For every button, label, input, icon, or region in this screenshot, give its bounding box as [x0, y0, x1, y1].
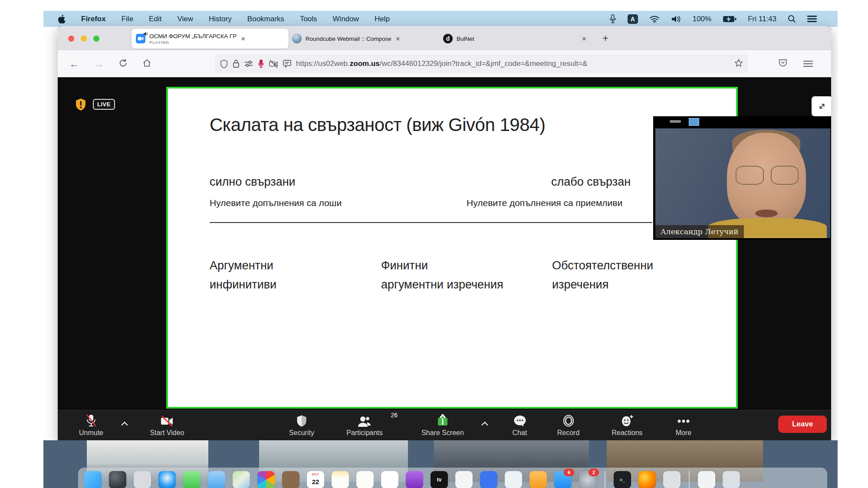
share-options-chevron[interactable] [481, 420, 488, 428]
camera-blocked-icon[interactable] [269, 60, 278, 68]
zoom-control-bar: Unmute Start Video Security [58, 410, 831, 440]
chat-button[interactable]: Chat [501, 413, 538, 437]
dock-safari[interactable] [158, 471, 176, 488]
reactions-button[interactable]: Reactions [603, 413, 651, 437]
dock-notes[interactable] [332, 471, 349, 488]
back-button[interactable]: ← [69, 59, 79, 69]
dock-calendar[interactable]: OCT22 [307, 471, 324, 488]
dock-preview[interactable] [663, 471, 681, 488]
record-icon [548, 413, 589, 427]
share-screen-button[interactable]: Share Screen [412, 413, 473, 437]
dock-onyx[interactable] [109, 471, 126, 488]
zoom-window-button[interactable] [93, 36, 99, 42]
menu-help[interactable]: Help [375, 15, 390, 23]
tab-bar: ОСМИ ФОРУМ „БЪЛГАРСКА ГР PLAYING × Round… [58, 26, 831, 50]
dock-mail[interactable] [208, 471, 225, 488]
dock-photos[interactable] [257, 471, 275, 488]
reload-icon[interactable] [118, 59, 128, 69]
tab-roundcube[interactable]: Roundcube Webmail :: Compose × [288, 29, 440, 49]
menu-edit[interactable]: Edit [149, 15, 161, 23]
dock-keynote[interactable] [505, 471, 522, 488]
tab-title: ОСМИ ФОРУМ „БЪЛГАРСКА ГР [149, 33, 237, 39]
menu-history[interactable]: History [209, 15, 232, 23]
close-window-button[interactable] [68, 36, 74, 42]
dock-stamps[interactable] [134, 471, 151, 488]
warning-shield-icon[interactable] [75, 98, 87, 113]
start-video-button[interactable]: Start Video [143, 413, 191, 437]
menu-list-icon[interactable] [807, 14, 817, 24]
tab-close-icon[interactable]: × [396, 35, 400, 43]
url-bar[interactable]: https://us02web.zoom.us/wc/83446012329/j… [215, 54, 748, 73]
menu-bar-clock[interactable]: Fri 11:43 [748, 15, 776, 23]
video-window-icon[interactable] [689, 118, 699, 126]
new-tab-button[interactable]: + [602, 33, 608, 43]
menu-firefox[interactable]: Firefox [81, 15, 106, 23]
app-menu-icon[interactable] [803, 59, 813, 69]
participants-icon: 26 [339, 413, 391, 427]
slide-left-heading: силно свързани [210, 175, 296, 189]
dock-app-store[interactable]: 6 [554, 471, 572, 488]
dock-maps[interactable] [233, 471, 250, 488]
dock-settings[interactable]: 2 [579, 471, 596, 488]
participants-button[interactable]: 26 Participants [339, 413, 391, 437]
expand-arrows-icon [817, 102, 827, 111]
wifi-icon[interactable] [649, 15, 660, 23]
microphone-icon[interactable] [609, 14, 616, 24]
permissions-switch-icon[interactable] [244, 60, 253, 68]
more-button[interactable]: More [664, 413, 703, 437]
dock-firefox[interactable] [638, 471, 656, 488]
live-badge: LIVE [93, 99, 115, 110]
participant-name-label: Александр Летучий [655, 225, 744, 238]
dock-podcasts[interactable] [406, 471, 423, 488]
menu-tools[interactable]: Tools [300, 15, 317, 23]
url-text[interactable]: https://us02web.zoom.us/wc/83446012329/j… [296, 59, 731, 68]
dock-facetime[interactable] [381, 471, 398, 488]
lock-icon[interactable] [233, 59, 240, 68]
menu-file[interactable]: File [122, 15, 133, 23]
audio-options-chevron[interactable] [121, 420, 128, 428]
tab-close-icon[interactable]: × [241, 35, 245, 43]
dock-pages[interactable] [529, 471, 547, 488]
video-muted-icon [143, 413, 191, 427]
minimize-video-icon[interactable] [670, 120, 681, 123]
leave-button[interactable]: Leave [778, 416, 827, 433]
microphone-active-icon[interactable] [258, 59, 264, 69]
dock-trash[interactable] [723, 471, 740, 488]
dock-finder[interactable] [84, 471, 102, 488]
minimize-window-button[interactable] [81, 36, 87, 42]
security-button[interactable]: Security [280, 413, 323, 437]
slide-divider-line [210, 222, 652, 223]
participant-video-thumbnail[interactable]: Александр Летучий [653, 116, 831, 240]
tab-close-icon[interactable]: × [582, 35, 586, 43]
input-source-icon[interactable]: A [628, 14, 638, 24]
dock-apple-tv[interactable]: tv [431, 471, 448, 488]
menu-window[interactable]: Window [333, 15, 359, 23]
dock-health[interactable] [455, 471, 473, 488]
dock-pen-document[interactable] [698, 471, 715, 488]
unmute-button[interactable]: Unmute [72, 413, 111, 437]
bookmark-star-icon[interactable] [734, 59, 743, 69]
forward-button[interactable]: → [94, 59, 104, 69]
home-icon[interactable] [142, 59, 151, 69]
pocket-icon[interactable] [778, 58, 788, 69]
macos-menu-bar: Firefox File Edit View History Bookmarks… [43, 11, 838, 27]
record-button[interactable]: Record [548, 413, 589, 437]
dock-stocks[interactable] [480, 471, 497, 488]
volume-icon[interactable] [671, 15, 681, 23]
apple-menu-icon[interactable] [58, 15, 66, 23]
more-dots-icon [664, 413, 703, 427]
menu-bookmarks[interactable]: Bookmarks [247, 15, 284, 23]
dock-terminal[interactable]: >_ [614, 471, 631, 488]
search-icon[interactable] [788, 15, 796, 23]
dock-messages[interactable] [183, 471, 201, 488]
message-bubble-icon[interactable] [283, 60, 291, 68]
dock-notebook[interactable] [282, 471, 299, 488]
tab-zoom-meeting[interactable]: ОСМИ ФОРУМ „БЪЛГАРСКА ГР PLAYING × [132, 29, 289, 49]
slide-right-heading: слабо свързан [551, 175, 631, 189]
participant-video: Александр Летучий [655, 128, 830, 238]
tab-bulnet[interactable]: d BulNet × [439, 29, 591, 49]
fullscreen-expand-button[interactable] [812, 96, 831, 116]
tracking-shield-icon[interactable] [220, 59, 228, 69]
menu-view[interactable]: View [177, 15, 193, 23]
dock-textedit[interactable] [356, 471, 374, 488]
